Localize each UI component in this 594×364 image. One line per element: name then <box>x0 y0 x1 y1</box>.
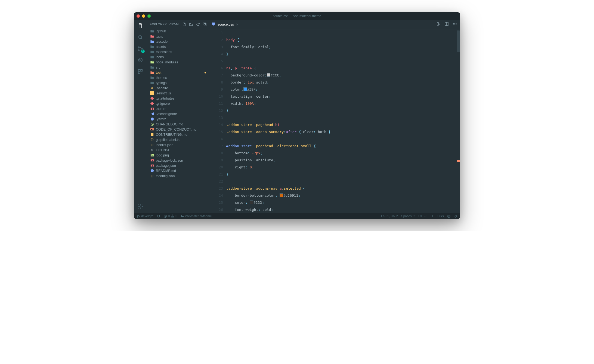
svg-point-25 <box>453 24 454 24</box>
file-item[interactable]: package.json <box>147 163 208 168</box>
folder-item[interactable]: .gulp <box>147 34 208 39</box>
file-icon <box>150 91 154 95</box>
file-item[interactable]: .gitignore <box>147 101 208 106</box>
extensions-icon[interactable] <box>137 68 144 75</box>
folder-item[interactable]: .vscode <box>147 39 208 44</box>
file-item[interactable]: CONTRIBUTING.md <box>147 132 208 137</box>
svg-point-13 <box>150 118 153 121</box>
file-item[interactable]: logo.png <box>147 153 208 158</box>
feedback-smiley-icon[interactable] <box>447 214 451 218</box>
new-folder-icon[interactable] <box>189 22 193 26</box>
svg-point-28 <box>137 215 138 215</box>
compare-changes-icon[interactable] <box>436 22 441 27</box>
file-name: .eslintrc.js <box>156 91 171 95</box>
file-icon <box>150 158 154 163</box>
file-name: themes <box>156 76 167 80</box>
file-name: CODE_OF_CONDUCT.md <box>156 128 196 131</box>
file-name: test <box>156 71 161 75</box>
file-item[interactable]: ©LICENSE <box>147 147 208 153</box>
debug-icon[interactable] <box>137 57 144 63</box>
file-name: CONTRIBUTING.md <box>156 133 187 137</box>
notifications-bell-icon[interactable] <box>454 214 457 218</box>
folder-item[interactable]: extensions <box>147 49 208 54</box>
file-name: CHANGELOG.md <box>156 122 183 126</box>
close-window-button[interactable] <box>137 14 140 18</box>
file-item[interactable]: .gitattributes <box>147 96 208 101</box>
eol-status[interactable]: LF <box>431 214 434 218</box>
file-icon <box>150 164 154 168</box>
folder-icon <box>150 81 154 85</box>
file-item[interactable]: { }tsconfig.json <box>147 173 208 178</box>
file-icon <box>150 101 154 106</box>
svg-rect-10 <box>150 91 154 95</box>
folder-icon <box>150 34 154 39</box>
editor-window: source.css — vsc-material-theme 1 <box>134 12 460 219</box>
svg-point-8 <box>140 206 141 207</box>
tab-source-css[interactable]: source.css × <box>208 20 242 29</box>
zoom-window-button[interactable] <box>147 14 151 18</box>
close-tab-icon[interactable]: × <box>236 22 238 27</box>
code-editor[interactable]: 1234567891011121314151617181920212223242… <box>208 29 460 213</box>
git-branch-status[interactable]: develop* <box>137 214 153 218</box>
file-item[interactable]: { }gulpfile.babel.ts <box>147 137 208 142</box>
svg-rect-20 <box>152 160 153 162</box>
file-item[interactable]: .yarnrc <box>147 116 208 122</box>
cursor-position-status[interactable]: Ln 61, Col 2 <box>381 214 398 218</box>
file-name: .github <box>156 29 166 33</box>
folder-item[interactable]: icons <box>147 54 208 60</box>
settings-gear-icon[interactable] <box>137 203 144 210</box>
refresh-icon[interactable] <box>196 22 200 26</box>
folder-item[interactable]: src <box>147 65 208 70</box>
collapse-all-icon[interactable] <box>203 22 207 26</box>
folder-item[interactable]: node_modules <box>147 60 208 65</box>
folder-icon <box>150 55 154 59</box>
file-icon: © <box>150 148 154 152</box>
indentation-status[interactable]: Spaces: 2 <box>401 214 415 218</box>
file-name: icons <box>156 55 164 59</box>
file-name: .vscodeignore <box>156 112 177 116</box>
file-icon: B <box>150 86 154 90</box>
minimap[interactable] <box>456 29 460 213</box>
file-name: .gitattributes <box>156 97 174 100</box>
file-name: .yarnrc <box>156 117 166 121</box>
file-name: LICENSE <box>156 148 171 152</box>
file-item[interactable]: CODE_OF_CONDUCT.md <box>147 127 208 132</box>
source-control-icon[interactable]: 1 <box>137 45 144 52</box>
explorer-icon[interactable] <box>137 23 144 29</box>
folder-status[interactable]: vsc-material-theme <box>181 214 212 218</box>
folder-icon <box>150 39 154 44</box>
file-icon <box>150 122 154 127</box>
file-item[interactable]: package-lock.json <box>147 158 208 163</box>
folder-icon <box>150 76 154 80</box>
file-item[interactable]: .vscodeignore <box>147 111 208 116</box>
svg-rect-9 <box>203 23 205 25</box>
sync-status[interactable] <box>157 214 160 218</box>
file-item[interactable]: .npmrc <box>147 106 208 111</box>
minimize-window-button[interactable] <box>142 14 145 18</box>
file-item[interactable]: README.md <box>147 168 208 173</box>
folder-icon <box>150 50 154 54</box>
file-item[interactable]: CHANGELOG.md <box>147 122 208 127</box>
folder-item[interactable]: assets <box>147 44 208 49</box>
folder-item[interactable]: themes <box>147 75 208 80</box>
folder-item[interactable]: .github <box>147 29 208 34</box>
folder-icon <box>150 70 154 75</box>
file-name: .babelrc <box>156 86 168 90</box>
file-tree[interactable]: .github.gulp.vscodeassetsextensionsicons… <box>147 29 208 213</box>
file-item[interactable]: B.babelrc <box>147 85 208 91</box>
new-file-icon[interactable] <box>182 22 186 26</box>
problems-status[interactable]: 0 0 <box>163 214 177 218</box>
folder-item[interactable]: typings <box>147 80 208 85</box>
svg-point-33 <box>448 215 448 216</box>
split-editor-icon[interactable] <box>444 22 449 27</box>
file-item[interactable]: .eslintrc.js <box>147 91 208 96</box>
folder-item[interactable]: test <box>147 70 208 75</box>
more-actions-icon[interactable] <box>453 22 457 27</box>
language-mode-status[interactable]: CSS <box>437 214 444 218</box>
search-icon[interactable] <box>137 34 144 41</box>
file-item[interactable]: { }iconlist.json <box>147 142 208 147</box>
svg-point-26 <box>454 24 455 24</box>
file-name: gulpfile.babel.ts <box>156 138 180 142</box>
encoding-status[interactable]: UTF-8 <box>418 214 427 218</box>
scm-badge: 1 <box>141 50 145 53</box>
